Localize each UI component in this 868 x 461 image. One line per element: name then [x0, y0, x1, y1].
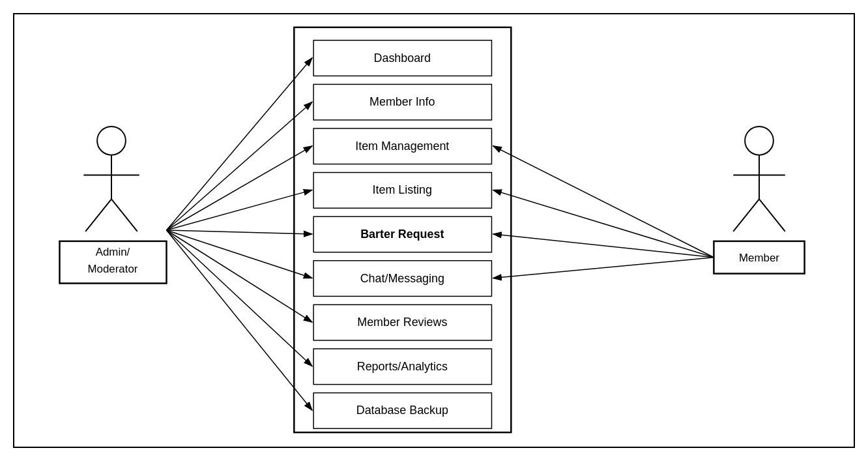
admin-to-chatmessaging-line — [166, 230, 312, 278]
admin-actor-label2: Moderator — [88, 263, 138, 275]
admin-to-itemmanagement-line — [166, 146, 312, 230]
admin-to-memberreviews-line — [166, 230, 312, 322]
usecase-label-barterrequest: Barter Request — [360, 228, 444, 241]
member-actor-right-leg — [759, 199, 785, 231]
member-to-barterrequest-line — [493, 234, 714, 258]
usecase-label-chatmessaging: Chat/Messaging — [360, 272, 444, 285]
member-to-itemmanagement-line — [493, 146, 714, 258]
admin-to-barterrequest-line — [166, 230, 312, 234]
member-actor-head — [745, 126, 774, 155]
usecase-label-itemlisting: Item Listing — [373, 183, 432, 196]
usecase-label-databasebackup: Database Backup — [356, 404, 448, 417]
diagram-container: Dashboard Member Info Item Management It… — [13, 13, 855, 448]
member-actor-left-leg — [733, 199, 759, 231]
usecase-label-dashboard: Dashboard — [374, 52, 431, 65]
usecase-label-memberreviews: Member Reviews — [357, 316, 447, 329]
use-case-diagram: Dashboard Member Info Item Management It… — [14, 14, 854, 447]
admin-actor-head — [97, 126, 126, 155]
admin-to-databasebackup-line — [166, 230, 312, 410]
admin-actor-label: Admin/ — [96, 246, 130, 258]
usecase-label-itemmanagement: Item Management — [355, 140, 449, 153]
member-to-chatmessaging-line — [493, 258, 714, 278]
admin-actor-left-leg — [85, 199, 111, 231]
admin-to-dashboard-line — [166, 58, 312, 230]
admin-to-itemlisting-line — [166, 190, 312, 230]
admin-to-memberinfo-line — [166, 102, 312, 230]
usecase-label-reportsanalytics: Reports/Analytics — [357, 360, 448, 373]
admin-actor-right-leg — [111, 199, 137, 231]
member-actor-label: Member — [739, 252, 779, 264]
usecase-label-memberinfo: Member Info — [369, 95, 435, 108]
admin-to-reportsanalytics-line — [166, 230, 312, 366]
member-to-itemlisting-line — [493, 190, 714, 257]
